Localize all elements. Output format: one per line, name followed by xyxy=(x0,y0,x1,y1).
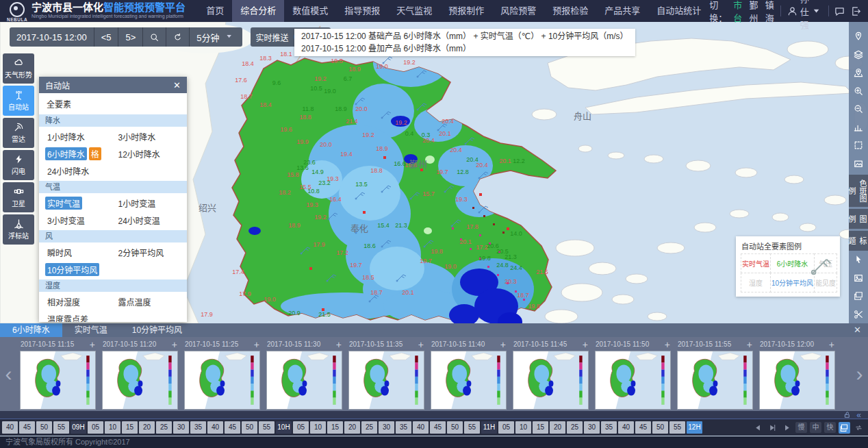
timeline-cell-32[interactable]: 20 xyxy=(550,421,565,434)
refresh-button[interactable] xyxy=(166,27,189,47)
timeline-cell-16[interactable]: 10H xyxy=(276,421,292,434)
rail-text-button-1[interactable]: 图例 xyxy=(849,209,868,229)
thumbnail-map[interactable] xyxy=(266,351,342,410)
nav-item-1[interactable]: 综合分析 xyxy=(232,0,284,22)
timeline-cell-15[interactable]: 55 xyxy=(259,421,275,434)
close-icon[interactable]: ✕ xyxy=(173,81,181,90)
timeline-cell-34[interactable]: 30 xyxy=(584,421,600,434)
nav-item-5[interactable]: 预报制作 xyxy=(440,0,492,22)
panel-option-3-0[interactable]: 相对湿度 xyxy=(45,293,116,310)
timeline-cell-38[interactable]: 50 xyxy=(652,421,668,434)
timeline-cell-20[interactable]: 20 xyxy=(344,421,360,434)
timeline-cell-25[interactable]: 45 xyxy=(430,421,446,434)
logout-icon[interactable] xyxy=(851,6,861,16)
add-icon[interactable]: + xyxy=(583,339,588,350)
panel-option-1-0[interactable]: 实时气温 xyxy=(45,195,116,212)
thumbnail-map[interactable] xyxy=(759,351,835,410)
nav-item-3[interactable]: 指导预报 xyxy=(336,0,388,22)
panel-option-0-0[interactable]: 1小时降水 xyxy=(45,128,116,145)
all-elements-item[interactable]: 全要素 xyxy=(39,93,187,114)
nav-item-2[interactable]: 数值模式 xyxy=(284,0,336,22)
site-option-1[interactable]: 鄞州 xyxy=(750,0,758,24)
add-icon[interactable]: + xyxy=(829,339,834,350)
site-option-2[interactable]: 镇海 xyxy=(765,0,774,24)
sidebar-item-buoy[interactable]: 浮标站 xyxy=(3,214,34,245)
panel-option-2-1[interactable]: 2分钟平均风 xyxy=(116,244,188,261)
nav-item-8[interactable]: 产品共享 xyxy=(596,0,648,22)
site-option-0[interactable]: 市台 xyxy=(733,0,742,24)
sidebar-item-station[interactable]: 自动站 xyxy=(3,86,34,116)
thumbnail-map[interactable] xyxy=(348,351,424,410)
timeline-cell-6[interactable]: 10 xyxy=(105,421,120,434)
timeline-cell-21[interactable]: 25 xyxy=(361,421,377,434)
speed-button-0[interactable]: 慢 xyxy=(795,422,807,433)
timeline-cell-31[interactable]: 15 xyxy=(533,421,548,434)
timeline-cell-1[interactable]: 45 xyxy=(19,421,35,434)
thumbnail-map[interactable] xyxy=(431,351,507,410)
rail-measure-button[interactable] xyxy=(849,118,868,136)
speed-button-2[interactable]: 快 xyxy=(824,422,836,433)
rail-cursor-button[interactable] xyxy=(849,251,868,269)
nav-item-4[interactable]: 天气监视 xyxy=(388,0,440,22)
thumbnail-map[interactable] xyxy=(513,351,589,410)
step-back-frame-button[interactable] xyxy=(752,422,764,434)
rail-map-marker-button[interactable] xyxy=(849,64,868,82)
speed-button-1[interactable]: 中 xyxy=(810,422,821,433)
timeline-cell-27[interactable]: 55 xyxy=(464,421,480,434)
thumbnail-map[interactable] xyxy=(20,351,96,410)
timeline-cell-3[interactable]: 55 xyxy=(53,421,69,434)
frame-tab-0[interactable]: 6小时降水 xyxy=(0,323,62,337)
timeline-cell-19[interactable]: 15 xyxy=(327,421,343,434)
rail-snapshot-button[interactable] xyxy=(849,287,868,305)
timeline-cell-36[interactable]: 40 xyxy=(618,421,634,434)
collapse-icon[interactable]: « xyxy=(856,412,861,419)
panel-option-0-2[interactable]: 6小时降水格 xyxy=(45,145,116,162)
sidebar-item-satellite[interactable]: 卫星 xyxy=(3,182,34,212)
sidebar-item-weather[interactable]: 天气形势 xyxy=(3,53,34,84)
play-button[interactable] xyxy=(781,422,793,434)
timeline-cell-11[interactable]: 35 xyxy=(190,421,206,434)
step-back-button[interactable]: <5 xyxy=(94,27,118,47)
panel-option-1-3[interactable]: 24小时变温 xyxy=(116,212,188,229)
rail-select-area-button[interactable] xyxy=(849,136,868,154)
nav-item-0[interactable]: 首页 xyxy=(198,0,232,22)
panel-option-0-1[interactable]: 3小时降水 xyxy=(116,128,188,145)
thumbnail-map[interactable] xyxy=(677,351,753,410)
message-icon[interactable] xyxy=(834,6,845,16)
thumbnail-map[interactable] xyxy=(102,351,178,410)
rail-zoom-in-button[interactable] xyxy=(849,82,868,99)
add-icon[interactable]: + xyxy=(90,339,95,350)
rail-layers-button[interactable] xyxy=(849,45,868,63)
timeline-cell-23[interactable]: 35 xyxy=(396,421,411,434)
add-icon[interactable]: + xyxy=(665,339,670,350)
nav-item-7[interactable]: 预报检验 xyxy=(544,0,596,22)
step-forward-frame-button[interactable] xyxy=(767,422,778,434)
strip-prev-button[interactable]: ‹ xyxy=(0,337,17,411)
timeline-cell-30[interactable]: 10 xyxy=(515,421,531,434)
timeline-cell-13[interactable]: 45 xyxy=(225,421,240,434)
nav-item-6[interactable]: 风险预警 xyxy=(492,0,544,22)
add-icon[interactable]: + xyxy=(336,339,342,350)
add-icon[interactable]: + xyxy=(500,339,506,350)
user-menu[interactable]: 孙仕强 xyxy=(787,0,822,31)
panel-option-0-4[interactable]: 24小时降水 xyxy=(45,162,116,179)
timeline-cell-26[interactable]: 50 xyxy=(447,421,463,434)
add-icon[interactable]: + xyxy=(172,339,177,350)
interval-dropdown[interactable]: 5分钟 xyxy=(189,27,242,47)
rail-text-button-2[interactable]: 标题 xyxy=(849,231,868,251)
sidebar-item-lightning[interactable]: 闪电 xyxy=(3,150,34,180)
nav-item-9[interactable]: 自动站统计 xyxy=(648,0,709,22)
timeline-cell-2[interactable]: 50 xyxy=(36,421,52,434)
sidebar-item-radar[interactable]: 雷达 xyxy=(3,118,34,148)
grid-badge[interactable]: 格 xyxy=(89,147,101,160)
panel-option-0-3[interactable]: 12小时降水 xyxy=(116,145,188,162)
timeline-cell-14[interactable]: 50 xyxy=(242,421,257,434)
panel-option-1-2[interactable]: 3小时变温 xyxy=(45,212,116,229)
thumbnail-map[interactable] xyxy=(184,351,260,410)
panel-option-1-1[interactable]: 1小时变温 xyxy=(116,195,188,212)
timeline-cell-37[interactable]: 45 xyxy=(635,421,651,434)
timeline-cell-17[interactable]: 05 xyxy=(293,421,309,434)
timeline-cell-33[interactable]: 25 xyxy=(567,421,583,434)
rail-export-image-button[interactable] xyxy=(849,154,868,172)
timeline-cell-28[interactable]: 11H xyxy=(481,421,497,434)
